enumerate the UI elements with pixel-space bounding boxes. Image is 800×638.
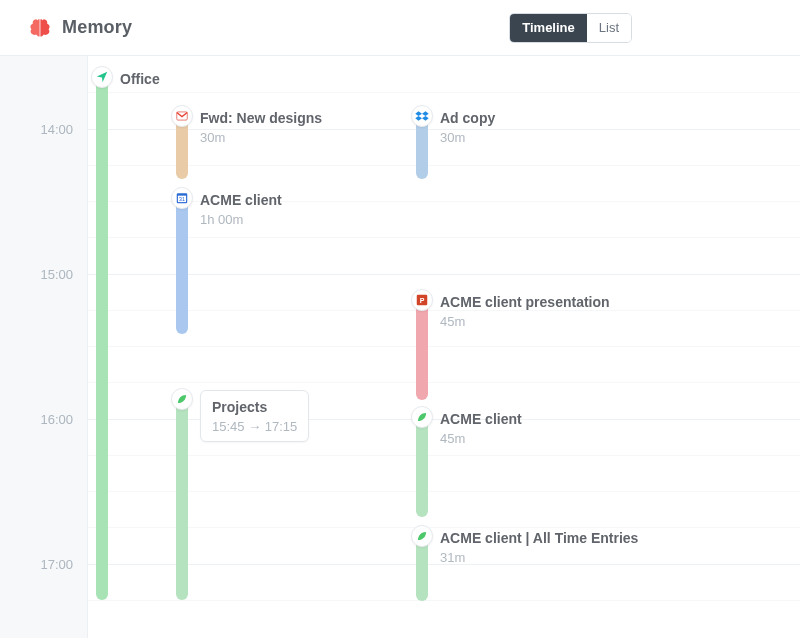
- view-toggle: Timeline List: [509, 13, 632, 43]
- event-title: ACME client: [200, 191, 282, 209]
- event-info: Fwd: New designs30m: [200, 107, 322, 145]
- event-title: Fwd: New designs: [200, 109, 322, 127]
- event-bar: [416, 107, 428, 180]
- timeline-body: 14:0015:0016:0017:00 OfficeFwd: New desi…: [0, 56, 800, 638]
- events-layer: OfficeFwd: New designs30mAd copy30mACME …: [88, 56, 800, 638]
- hour-label: 16:00: [40, 411, 73, 426]
- event-title: ACME client: [440, 410, 522, 428]
- event-ad-copy[interactable]: Ad copy30m: [416, 107, 495, 180]
- ppt-icon: [411, 289, 433, 311]
- navigation-icon: [91, 66, 113, 88]
- view-toggle-timeline[interactable]: Timeline: [510, 14, 587, 42]
- event-info: Projects15:45 → 17:15: [200, 390, 309, 442]
- event-duration: 45m: [440, 431, 522, 446]
- event-info: Ad copy30m: [440, 107, 495, 145]
- timeline-canvas[interactable]: OfficeFwd: New designs30mAd copy30mACME …: [88, 56, 800, 638]
- event-projects[interactable]: Projects15:45 → 17:15: [176, 390, 309, 600]
- dropbox-icon: [411, 105, 433, 127]
- event-time-range: 15:45 → 17:15: [212, 419, 297, 434]
- hour-gutter: 14:0015:0016:0017:00: [0, 56, 88, 638]
- event-bar: [176, 107, 188, 180]
- event-acme-client-2[interactable]: ACME client45m: [416, 408, 522, 517]
- event-office[interactable]: Office: [96, 68, 160, 600]
- gcal-icon: [171, 187, 193, 209]
- event-acme-all-entries[interactable]: ACME client | All Time Entries31m: [416, 527, 638, 601]
- event-info: Office: [120, 68, 160, 88]
- leaf-icon: [171, 388, 193, 410]
- event-duration: 30m: [200, 130, 322, 145]
- event-bar: [96, 68, 108, 600]
- event-info: ACME client45m: [440, 408, 522, 446]
- brain-icon: [28, 16, 52, 40]
- gmail-icon: [171, 105, 193, 127]
- event-bar: [416, 527, 428, 601]
- event-bar: [176, 390, 188, 600]
- event-duration: 45m: [440, 314, 610, 329]
- event-bar: [416, 408, 428, 517]
- event-title: Projects: [212, 398, 297, 416]
- event-bar: [416, 291, 428, 400]
- brand: Memory: [28, 16, 132, 40]
- leaf-icon: [411, 525, 433, 547]
- leaf-icon: [411, 406, 433, 428]
- event-duration: 30m: [440, 130, 495, 145]
- event-acme-pres[interactable]: ACME client presentation45m: [416, 291, 610, 400]
- event-acme-client[interactable]: ACME client1h 00m: [176, 189, 282, 334]
- brand-name: Memory: [62, 17, 132, 38]
- event-title: Office: [120, 70, 160, 88]
- event-fwd-designs[interactable]: Fwd: New designs30m: [176, 107, 322, 180]
- event-bar: [176, 189, 188, 334]
- event-title: ACME client | All Time Entries: [440, 529, 638, 547]
- hour-label: 14:00: [40, 121, 73, 136]
- view-toggle-list[interactable]: List: [587, 14, 631, 42]
- event-duration: 1h 00m: [200, 212, 282, 227]
- event-title: Ad copy: [440, 109, 495, 127]
- hour-label: 17:00: [40, 556, 73, 571]
- event-info: ACME client1h 00m: [200, 189, 282, 227]
- hour-label: 15:00: [40, 266, 73, 281]
- event-info: ACME client presentation45m: [440, 291, 610, 329]
- app-header: Memory Timeline List: [0, 0, 800, 56]
- event-info: ACME client | All Time Entries31m: [440, 527, 638, 565]
- event-title: ACME client presentation: [440, 293, 610, 311]
- event-duration: 31m: [440, 550, 638, 565]
